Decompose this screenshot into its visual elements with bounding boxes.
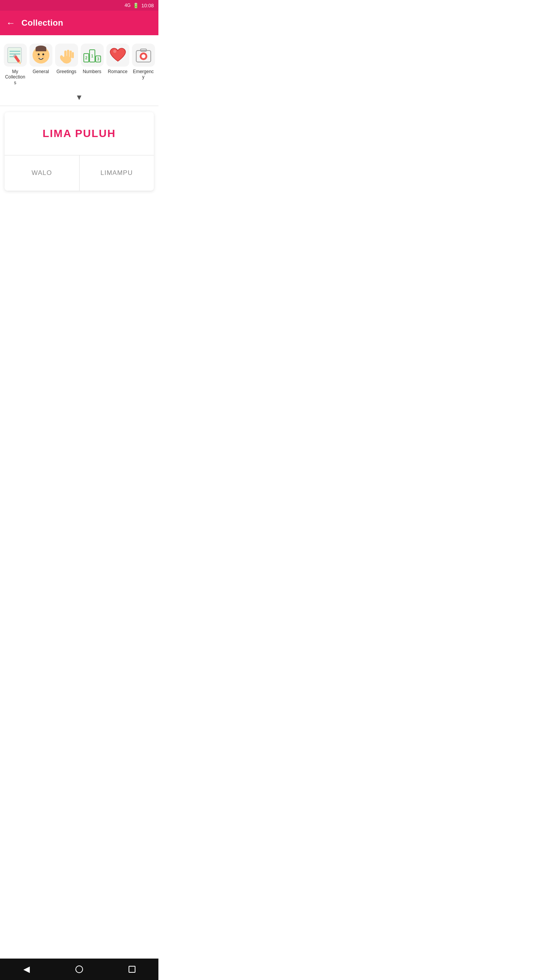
category-item-my-collections[interactable]: My Collections (3, 41, 27, 88)
chevron-row: ▼ (0, 91, 158, 106)
category-item-numbers[interactable]: 2 1 3 Numbers (80, 41, 104, 77)
emergency-icon (132, 44, 155, 67)
category-item-emergency[interactable]: Emergency (131, 41, 155, 82)
category-item-greetings[interactable]: Greetings (54, 41, 78, 77)
category-item-general[interactable]: General (29, 41, 53, 77)
category-label-my-collections: My Collections (5, 69, 26, 85)
general-icon (29, 44, 52, 67)
card-answer-2[interactable]: LIMAMPU (80, 155, 154, 191)
category-label-romance: Romance (108, 69, 127, 74)
main-card: LIMA PULUH WALO LIMAMPU (5, 112, 154, 191)
svg-point-11 (42, 54, 44, 56)
answer-2-text: LIMAMPU (101, 169, 133, 176)
svg-rect-21 (72, 52, 74, 58)
svg-point-28 (113, 50, 116, 53)
svg-rect-18 (64, 51, 67, 58)
main-word-text: LIMA PULUH (42, 127, 116, 139)
category-label-general: General (33, 69, 49, 74)
app-bar-title: Collection (21, 18, 63, 28)
category-item-romance[interactable]: Romance (106, 41, 130, 77)
svg-rect-9 (36, 48, 46, 51)
my-collections-icon (4, 44, 27, 67)
time-display: 10:08 (141, 3, 154, 8)
svg-text:2: 2 (85, 56, 87, 60)
svg-rect-33 (142, 55, 145, 57)
main-card-word-area: LIMA PULUH (5, 112, 154, 155)
svg-rect-19 (67, 50, 69, 58)
section-divider (0, 106, 158, 106)
romance-icon (106, 44, 129, 67)
answer-1-text: WALO (32, 169, 52, 176)
svg-rect-20 (70, 51, 72, 58)
category-label-emergency: Emergency (133, 69, 154, 80)
categories-row: My Collections (3, 41, 155, 88)
greetings-icon (55, 44, 78, 67)
numbers-icon: 2 1 3 (81, 44, 104, 67)
chevron-down-icon[interactable]: ▼ (75, 93, 83, 102)
svg-point-14 (42, 56, 43, 57)
signal-icon: 4G (124, 3, 130, 8)
status-bar: 4G 🔋 10:08 (0, 0, 158, 11)
category-label-numbers: Numbers (83, 69, 101, 74)
svg-point-10 (37, 54, 39, 56)
card-answer-1[interactable]: WALO (5, 155, 79, 191)
svg-point-15 (43, 57, 44, 57)
svg-text:1: 1 (91, 54, 93, 58)
svg-text:3: 3 (97, 57, 99, 61)
card-answers-row: WALO LIMAMPU (5, 155, 154, 191)
svg-point-12 (37, 56, 38, 57)
categories-container: My Collections (0, 35, 158, 91)
category-label-greetings: Greetings (56, 69, 76, 74)
svg-point-13 (38, 57, 39, 57)
back-button[interactable]: ← (6, 18, 15, 28)
battery-icon: 🔋 (133, 3, 139, 8)
app-bar: ← Collection (0, 11, 158, 35)
